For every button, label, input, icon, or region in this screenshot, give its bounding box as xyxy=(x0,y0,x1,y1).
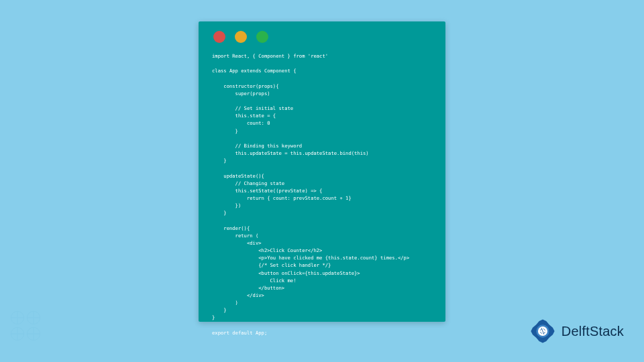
brand-logo: DelftStack xyxy=(528,316,624,346)
logo-icon xyxy=(528,316,557,346)
brand-name: DelftStack xyxy=(561,324,624,339)
maximize-icon xyxy=(256,31,268,43)
close-icon xyxy=(213,31,225,43)
background-decoration xyxy=(4,304,58,358)
code-window: import React, { Component } from 'react'… xyxy=(199,21,445,322)
window-controls xyxy=(199,21,445,48)
code-block: import React, { Component } from 'react'… xyxy=(199,48,445,345)
minimize-icon xyxy=(235,31,247,43)
